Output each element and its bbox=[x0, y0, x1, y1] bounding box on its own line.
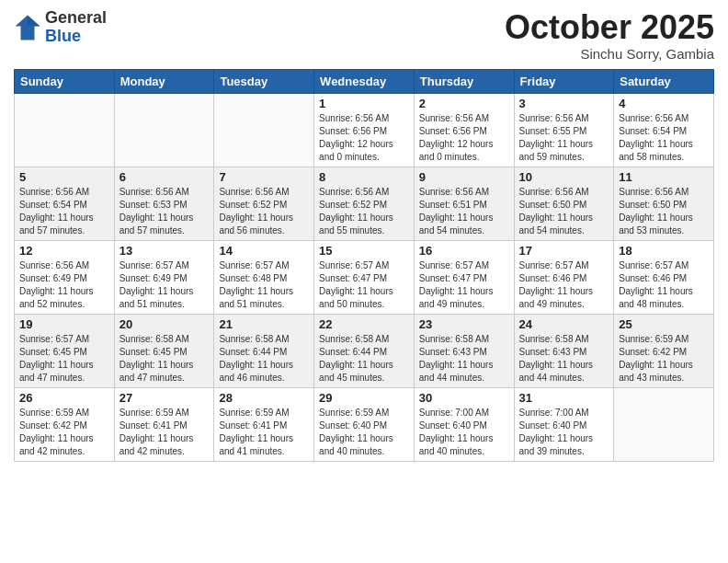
table-row: 4Sunrise: 6:56 AM Sunset: 6:54 PM Daylig… bbox=[614, 93, 714, 167]
table-row: 29Sunrise: 6:59 AM Sunset: 6:40 PM Dayli… bbox=[314, 387, 415, 461]
day-number: 15 bbox=[319, 244, 409, 258]
day-number: 12 bbox=[19, 244, 109, 258]
logo: General Blue bbox=[14, 9, 107, 46]
calendar-week-row: 26Sunrise: 6:59 AM Sunset: 6:42 PM Dayli… bbox=[15, 387, 714, 461]
day-info: Sunrise: 6:57 AM Sunset: 6:49 PM Dayligh… bbox=[119, 259, 210, 311]
table-row bbox=[214, 93, 314, 167]
table-row: 11Sunrise: 6:56 AM Sunset: 6:50 PM Dayli… bbox=[614, 167, 714, 240]
day-number: 14 bbox=[219, 244, 309, 258]
logo-icon bbox=[14, 14, 41, 41]
table-row: 8Sunrise: 6:56 AM Sunset: 6:52 PM Daylig… bbox=[314, 167, 415, 240]
col-wednesday: Wednesday bbox=[314, 69, 415, 93]
day-info: Sunrise: 6:56 AM Sunset: 6:54 PM Dayligh… bbox=[19, 186, 109, 237]
day-number: 20 bbox=[119, 317, 210, 331]
table-row: 15Sunrise: 6:57 AM Sunset: 6:47 PM Dayli… bbox=[314, 240, 415, 314]
day-info: Sunrise: 6:57 AM Sunset: 6:45 PM Dayligh… bbox=[19, 333, 109, 385]
location-subtitle: Sinchu Sorry, Gambia bbox=[505, 46, 714, 62]
calendar-header-row: Sunday Monday Tuesday Wednesday Thursday… bbox=[15, 69, 714, 93]
day-number: 17 bbox=[519, 244, 609, 258]
table-row: 30Sunrise: 7:00 AM Sunset: 6:40 PM Dayli… bbox=[414, 387, 514, 461]
svg-marker-1 bbox=[28, 15, 40, 26]
table-row: 2Sunrise: 6:56 AM Sunset: 6:56 PM Daylig… bbox=[414, 93, 514, 167]
day-info: Sunrise: 6:59 AM Sunset: 6:42 PM Dayligh… bbox=[619, 333, 709, 385]
day-info: Sunrise: 6:58 AM Sunset: 6:44 PM Dayligh… bbox=[219, 333, 309, 385]
day-info: Sunrise: 6:59 AM Sunset: 6:40 PM Dayligh… bbox=[319, 407, 409, 458]
calendar-week-row: 5Sunrise: 6:56 AM Sunset: 6:54 PM Daylig… bbox=[15, 167, 714, 240]
day-number: 11 bbox=[619, 170, 709, 184]
table-row: 6Sunrise: 6:56 AM Sunset: 6:53 PM Daylig… bbox=[114, 167, 214, 240]
table-row: 19Sunrise: 6:57 AM Sunset: 6:45 PM Dayli… bbox=[15, 314, 115, 387]
table-row: 18Sunrise: 6:57 AM Sunset: 6:46 PM Dayli… bbox=[614, 240, 714, 314]
table-row bbox=[15, 93, 115, 167]
day-number: 7 bbox=[219, 170, 309, 184]
day-info: Sunrise: 6:59 AM Sunset: 6:41 PM Dayligh… bbox=[219, 407, 309, 458]
col-thursday: Thursday bbox=[414, 69, 514, 93]
day-info: Sunrise: 6:56 AM Sunset: 6:50 PM Dayligh… bbox=[619, 186, 709, 237]
title-block: October 2025 Sinchu Sorry, Gambia bbox=[505, 9, 714, 62]
table-row bbox=[614, 387, 714, 461]
day-info: Sunrise: 6:56 AM Sunset: 6:52 PM Dayligh… bbox=[319, 186, 409, 237]
day-info: Sunrise: 6:57 AM Sunset: 6:48 PM Dayligh… bbox=[219, 259, 309, 311]
table-row: 1Sunrise: 6:56 AM Sunset: 6:56 PM Daylig… bbox=[314, 93, 415, 167]
day-number: 19 bbox=[19, 317, 109, 331]
day-number: 1 bbox=[319, 97, 409, 110]
day-info: Sunrise: 6:58 AM Sunset: 6:43 PM Dayligh… bbox=[519, 333, 609, 385]
day-info: Sunrise: 6:57 AM Sunset: 6:47 PM Dayligh… bbox=[319, 259, 409, 311]
table-row: 26Sunrise: 6:59 AM Sunset: 6:42 PM Dayli… bbox=[15, 387, 115, 461]
day-number: 29 bbox=[319, 391, 409, 405]
table-row: 20Sunrise: 6:58 AM Sunset: 6:45 PM Dayli… bbox=[114, 314, 214, 387]
table-row: 13Sunrise: 6:57 AM Sunset: 6:49 PM Dayli… bbox=[114, 240, 214, 314]
table-row: 7Sunrise: 6:56 AM Sunset: 6:52 PM Daylig… bbox=[214, 167, 314, 240]
day-info: Sunrise: 6:56 AM Sunset: 6:53 PM Dayligh… bbox=[119, 186, 210, 237]
table-row: 24Sunrise: 6:58 AM Sunset: 6:43 PM Dayli… bbox=[514, 314, 614, 387]
day-info: Sunrise: 6:56 AM Sunset: 6:51 PM Dayligh… bbox=[419, 186, 509, 237]
day-number: 4 bbox=[619, 97, 709, 110]
day-info: Sunrise: 6:56 AM Sunset: 6:56 PM Dayligh… bbox=[419, 112, 509, 164]
calendar-week-row: 1Sunrise: 6:56 AM Sunset: 6:56 PM Daylig… bbox=[15, 93, 714, 167]
day-info: Sunrise: 6:56 AM Sunset: 6:49 PM Dayligh… bbox=[19, 259, 109, 311]
table-row: 9Sunrise: 6:56 AM Sunset: 6:51 PM Daylig… bbox=[414, 167, 514, 240]
col-tuesday: Tuesday bbox=[214, 69, 314, 93]
day-info: Sunrise: 6:57 AM Sunset: 6:46 PM Dayligh… bbox=[619, 259, 709, 311]
page-container: General Blue October 2025 Sinchu Sorry, … bbox=[0, 0, 728, 471]
table-row: 23Sunrise: 6:58 AM Sunset: 6:43 PM Dayli… bbox=[414, 314, 514, 387]
day-number: 6 bbox=[119, 170, 210, 184]
calendar-week-row: 19Sunrise: 6:57 AM Sunset: 6:45 PM Dayli… bbox=[15, 314, 714, 387]
day-info: Sunrise: 7:00 AM Sunset: 6:40 PM Dayligh… bbox=[419, 407, 509, 458]
day-number: 26 bbox=[19, 391, 109, 405]
day-info: Sunrise: 7:00 AM Sunset: 6:40 PM Dayligh… bbox=[519, 407, 609, 458]
day-number: 2 bbox=[419, 97, 509, 110]
day-info: Sunrise: 6:59 AM Sunset: 6:42 PM Dayligh… bbox=[19, 407, 109, 458]
day-number: 9 bbox=[419, 170, 509, 184]
day-info: Sunrise: 6:58 AM Sunset: 6:43 PM Dayligh… bbox=[419, 333, 509, 385]
day-info: Sunrise: 6:56 AM Sunset: 6:55 PM Dayligh… bbox=[519, 112, 609, 164]
table-row: 27Sunrise: 6:59 AM Sunset: 6:41 PM Dayli… bbox=[114, 387, 214, 461]
day-info: Sunrise: 6:57 AM Sunset: 6:47 PM Dayligh… bbox=[419, 259, 509, 311]
day-number: 3 bbox=[519, 97, 609, 110]
table-row: 17Sunrise: 6:57 AM Sunset: 6:46 PM Dayli… bbox=[514, 240, 614, 314]
logo-text: General Blue bbox=[45, 9, 107, 46]
day-number: 23 bbox=[419, 317, 509, 331]
day-number: 16 bbox=[419, 244, 509, 258]
table-row: 10Sunrise: 6:56 AM Sunset: 6:50 PM Dayli… bbox=[514, 167, 614, 240]
table-row bbox=[114, 93, 214, 167]
page-header: General Blue October 2025 Sinchu Sorry, … bbox=[14, 9, 714, 62]
day-number: 22 bbox=[319, 317, 409, 331]
month-title: October 2025 bbox=[505, 9, 714, 46]
day-info: Sunrise: 6:57 AM Sunset: 6:46 PM Dayligh… bbox=[519, 259, 609, 311]
table-row: 21Sunrise: 6:58 AM Sunset: 6:44 PM Dayli… bbox=[214, 314, 314, 387]
day-number: 24 bbox=[519, 317, 609, 331]
day-number: 28 bbox=[219, 391, 309, 405]
day-info: Sunrise: 6:56 AM Sunset: 6:54 PM Dayligh… bbox=[619, 112, 709, 164]
table-row: 25Sunrise: 6:59 AM Sunset: 6:42 PM Dayli… bbox=[614, 314, 714, 387]
day-number: 5 bbox=[19, 170, 109, 184]
day-number: 10 bbox=[519, 170, 609, 184]
table-row: 14Sunrise: 6:57 AM Sunset: 6:48 PM Dayli… bbox=[214, 240, 314, 314]
table-row: 28Sunrise: 6:59 AM Sunset: 6:41 PM Dayli… bbox=[214, 387, 314, 461]
table-row: 22Sunrise: 6:58 AM Sunset: 6:44 PM Dayli… bbox=[314, 314, 415, 387]
table-row: 12Sunrise: 6:56 AM Sunset: 6:49 PM Dayli… bbox=[15, 240, 115, 314]
table-row: 3Sunrise: 6:56 AM Sunset: 6:55 PM Daylig… bbox=[514, 93, 614, 167]
logo-general: General bbox=[45, 9, 107, 28]
day-info: Sunrise: 6:58 AM Sunset: 6:44 PM Dayligh… bbox=[319, 333, 409, 385]
calendar-table: Sunday Monday Tuesday Wednesday Thursday… bbox=[14, 69, 714, 462]
